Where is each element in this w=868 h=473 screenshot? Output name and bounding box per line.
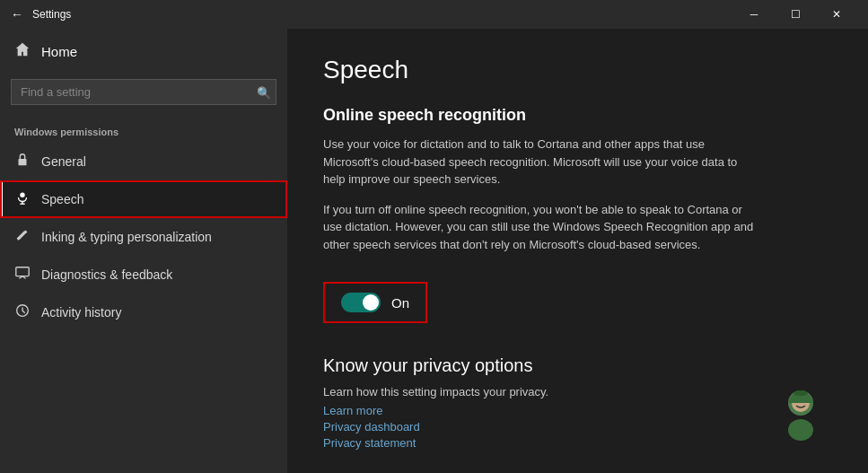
search-input[interactable] <box>11 79 276 105</box>
title-bar-title: Settings <box>32 8 733 21</box>
sidebar-item-general[interactable]: General <box>0 143 287 180</box>
sidebar-item-speech[interactable]: Speech <box>0 180 287 218</box>
sidebar-home-label: Home <box>41 44 77 59</box>
privacy-description: Learn how this setting impacts your priv… <box>323 385 832 399</box>
home-icon <box>14 41 31 61</box>
general-label: General <box>41 154 86 169</box>
speech-icon <box>14 189 31 209</box>
toggle-label: On <box>391 295 409 311</box>
feedback-icon <box>14 265 31 285</box>
content-wrapper: Speech Online speech recognition Use you… <box>323 56 832 450</box>
toggle-knob <box>363 294 379 311</box>
diagnostics-label: Diagnostics & feedback <box>41 267 172 282</box>
lock-icon <box>14 152 31 171</box>
activity-label: Activity history <box>41 305 121 320</box>
sidebar-search[interactable]: 🔍 <box>11 79 276 105</box>
svg-point-11 <box>793 390 808 396</box>
svg-rect-0 <box>19 159 27 165</box>
title-bar-controls: ─ ☐ ✕ <box>733 0 857 29</box>
cortana-illustration <box>769 383 832 450</box>
privacy-heading: Know your privacy options <box>323 355 832 376</box>
speech-toggle[interactable] <box>341 293 381 312</box>
speech-description-1: Use your voice for dictation and to talk… <box>323 136 754 188</box>
speech-section-heading: Online speech recognition <box>323 106 832 125</box>
content-area: Speech Online speech recognition Use you… <box>287 29 868 473</box>
close-button[interactable]: ✕ <box>816 0 857 29</box>
main-layout: Home 🔍 Windows permissions General <box>0 29 868 473</box>
pencil-icon <box>14 227 31 247</box>
title-bar: ← Settings ─ ☐ ✕ <box>0 0 868 29</box>
privacy-statement-link[interactable]: Privacy statement <box>323 436 832 450</box>
inking-label: Inking & typing personalization <box>41 230 212 244</box>
svg-rect-4 <box>16 267 29 276</box>
privacy-dashboard-link[interactable]: Privacy dashboard <box>323 420 832 434</box>
minimize-button[interactable]: ─ <box>733 0 775 29</box>
history-icon <box>14 302 31 322</box>
privacy-section: Know your privacy options Learn how this… <box>323 355 832 450</box>
windows-permissions-label: Windows permissions <box>0 116 287 143</box>
page-title: Speech <box>323 56 832 84</box>
sidebar-item-home[interactable]: Home <box>0 29 287 74</box>
back-button[interactable]: ← <box>11 7 23 22</box>
speech-label: Speech <box>41 192 83 206</box>
search-icon[interactable]: 🔍 <box>257 85 271 99</box>
maximize-button[interactable]: ☐ <box>775 0 816 29</box>
svg-point-1 <box>20 193 24 197</box>
sidebar-item-diagnostics[interactable]: Diagnostics & feedback <box>0 256 287 293</box>
sidebar-item-inking[interactable]: Inking & typing personalization <box>0 218 287 256</box>
speech-toggle-row[interactable]: On <box>323 282 427 323</box>
sidebar: Home 🔍 Windows permissions General <box>0 29 287 473</box>
sidebar-item-activity[interactable]: Activity history <box>0 293 287 331</box>
svg-point-10 <box>788 419 813 441</box>
learn-more-link[interactable]: Learn more <box>323 404 832 417</box>
speech-description-2: If you turn off online speech recognitio… <box>323 201 754 254</box>
